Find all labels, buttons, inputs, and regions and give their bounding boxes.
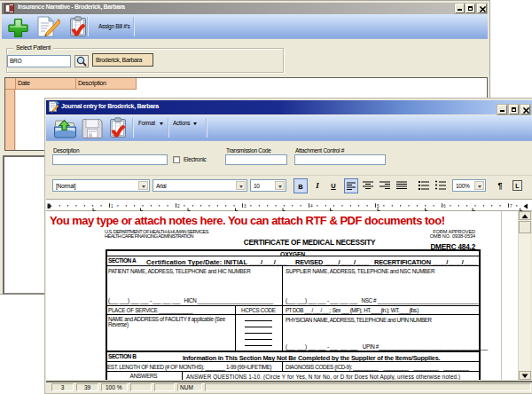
- svg-text:5: 5: [377, 204, 379, 209]
- svg-text:1: 1: [111, 204, 113, 209]
- svg-text:3: 3: [244, 204, 246, 209]
- svg-text:4: 4: [310, 204, 313, 209]
- svg-text:2: 2: [177, 204, 180, 209]
- svg-text:6: 6: [443, 204, 446, 209]
- svg-text:7: 7: [510, 204, 512, 209]
